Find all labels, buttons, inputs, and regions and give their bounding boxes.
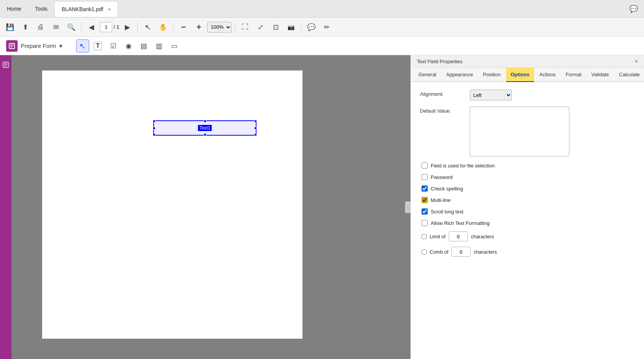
handle-top-right[interactable] [254, 120, 257, 123]
sep3 [173, 22, 173, 33]
tab-file-label: BLANKBank1.pdf [62, 6, 103, 12]
print-icon: 🖨 [37, 23, 44, 31]
button-tool-button[interactable]: ▭ [168, 39, 181, 52]
save-button[interactable]: 💾 [3, 20, 17, 34]
rich-text-label: Allow Rich Text Formatting [431, 220, 490, 226]
fit-icon2: ⊡ [273, 23, 279, 31]
fit-width-button[interactable]: ⤢ [253, 20, 267, 34]
handle-bottom-left[interactable] [153, 133, 155, 136]
text-field-tool-button[interactable]: T [92, 39, 105, 52]
limit-of-checkbox[interactable] [422, 234, 427, 239]
scroll-long-text-label: Scroll long text [431, 209, 463, 215]
page-number-input[interactable] [100, 22, 112, 32]
hand-tool-button[interactable]: ✋ [156, 20, 170, 34]
prepare-form-label: Prepare Form [21, 43, 56, 49]
text-field-box[interactable]: Text1 [153, 120, 257, 136]
tab-file[interactable]: BLANKBank1.pdf × [54, 1, 118, 17]
sidebar-form-icon[interactable] [0, 58, 12, 73]
sep4 [235, 22, 235, 33]
comb-of-unit: characters [474, 249, 497, 255]
save-icon: 💾 [6, 23, 14, 31]
comb-of-checkbox[interactable] [422, 249, 427, 254]
tab-appearance[interactable]: Appearance [441, 68, 477, 82]
page-total-label: / 1 [114, 24, 119, 30]
comb-of-input[interactable] [451, 247, 471, 257]
zoom-out-icon: − [181, 22, 186, 32]
cursor-tool-button[interactable]: ↖ [76, 39, 89, 52]
listbox-tool-button[interactable]: ▤ [137, 39, 150, 52]
check-spelling-label: Check spelling [431, 186, 463, 192]
checkbox-scroll-long-text: Scroll long text [420, 208, 635, 215]
search-icon: 🔍 [67, 23, 75, 31]
pen-button[interactable]: ✏ [320, 20, 333, 34]
tab-format[interactable]: Format [561, 68, 586, 82]
multi-line-label: Multi-line [431, 197, 451, 203]
search-button[interactable]: 🔍 [64, 20, 78, 34]
tab-validate[interactable]: Validate [587, 68, 614, 82]
pdf-page: Text1 [42, 70, 302, 339]
default-value-row: Default Value: [420, 107, 635, 156]
multi-line-checkbox[interactable] [422, 197, 428, 203]
checkbox-file-selection: Field is used for file selection [420, 162, 635, 169]
default-value-input[interactable] [470, 107, 569, 156]
check-spelling-checkbox[interactable] [422, 185, 428, 192]
zoom-in-icon: + [196, 22, 201, 32]
checkbox-tool-button[interactable]: ☑ [107, 39, 120, 52]
panel-close-button[interactable]: × [635, 58, 638, 64]
snapshot-button[interactable]: 📷 [284, 20, 298, 34]
fit-icon2-button[interactable]: ⊡ [269, 20, 283, 34]
password-checkbox[interactable] [422, 174, 428, 180]
zoom-out-button[interactable]: − [177, 20, 190, 34]
zoom-select[interactable]: 100% 75% 50% 125% 150% [207, 22, 232, 33]
next-page-button[interactable]: ▶ [121, 20, 134, 34]
prev-page-button[interactable]: ◀ [85, 20, 98, 34]
main-layout: Text1 〈 Text Field Properties × General … [0, 55, 644, 359]
prepare-form-icon [6, 40, 18, 52]
fit-page-icon: ⛶ [242, 23, 248, 31]
tab-actions[interactable]: Actions [535, 68, 561, 82]
tab-position[interactable]: Position [478, 68, 505, 82]
panel-collapse-arrow[interactable]: 〈 [405, 202, 410, 213]
file-selection-label: Field is used for file selection [431, 163, 495, 169]
handle-middle-right[interactable] [254, 127, 257, 130]
tab-tools[interactable]: Tools [28, 1, 54, 16]
comb-of-row: Comb of characters [420, 247, 635, 257]
rich-text-checkbox[interactable] [422, 220, 428, 226]
handle-top-middle[interactable] [204, 120, 206, 123]
text-field-icon: T [94, 42, 102, 50]
tab-general[interactable]: General [414, 68, 441, 82]
tab-home[interactable]: Home [0, 1, 28, 16]
button-icon: ▭ [171, 42, 178, 50]
alignment-select[interactable]: Left Center Right [470, 90, 512, 100]
comment-button[interactable]: 💬 [304, 20, 318, 34]
dropdown-field-icon: ▥ [156, 42, 162, 50]
canvas-area[interactable]: Text1 〈 [11, 55, 410, 359]
email-button[interactable]: ✉ [49, 20, 63, 34]
print-button[interactable]: 🖨 [34, 20, 47, 34]
handle-top-left[interactable] [153, 120, 155, 123]
alignment-row: Alignment: Left Center Right [420, 90, 635, 100]
hand-icon: ✋ [159, 23, 167, 31]
upload-button[interactable]: ⬆ [18, 20, 32, 34]
dropdown-tool-button[interactable]: ▥ [153, 39, 166, 52]
tab-calculate[interactable]: Calculate [615, 68, 644, 82]
handle-bottom-right[interactable] [254, 133, 257, 136]
checkbox-password: Password [420, 174, 635, 180]
chat-icon[interactable]: 💬 [623, 0, 644, 18]
prepare-form-dropdown-icon[interactable]: ▾ [59, 43, 62, 49]
zoom-in-button[interactable]: + [192, 20, 206, 34]
fit-page-button[interactable]: ⛶ [238, 20, 252, 34]
tab-close-button[interactable]: × [108, 7, 111, 12]
handle-bottom-middle[interactable] [204, 133, 206, 136]
file-selection-checkbox[interactable] [422, 162, 428, 169]
tab-options[interactable]: Options [506, 68, 534, 82]
pen-icon: ✏ [324, 23, 330, 31]
checkbox-check-spelling: Check spelling [420, 185, 635, 192]
select-tool-button[interactable]: ↖ [141, 20, 155, 34]
checkbox-rich-text: Allow Rich Text Formatting [420, 220, 635, 226]
radio-tool-button[interactable]: ◉ [122, 39, 135, 52]
toolbar: 💾 ⬆ 🖨 ✉ 🔍 ◀ / 1 ▶ ↖ ✋ − + 100% 75% 50% 1… [0, 18, 644, 37]
scroll-long-text-checkbox[interactable] [422, 208, 428, 215]
limit-of-input[interactable] [449, 231, 468, 241]
handle-middle-left[interactable] [153, 127, 155, 130]
